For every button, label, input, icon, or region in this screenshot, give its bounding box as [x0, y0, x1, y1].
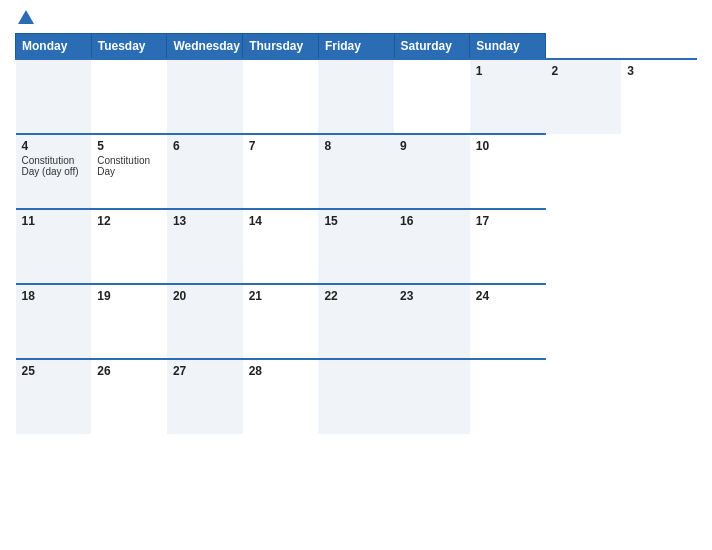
day-number: 9 — [400, 139, 464, 153]
calendar-cell — [243, 59, 319, 134]
calendar-cell — [318, 59, 394, 134]
calendar-cell: 4Constitution Day (day off) — [16, 134, 92, 209]
calendar-cell — [167, 59, 243, 134]
calendar-cell: 10 — [470, 134, 546, 209]
calendar-cell: 23 — [394, 284, 470, 359]
day-number: 21 — [249, 289, 313, 303]
weekday-header-sunday: Sunday — [470, 34, 546, 60]
calendar-cell — [470, 359, 546, 434]
calendar-cell: 24 — [470, 284, 546, 359]
weekday-header-tuesday: Tuesday — [91, 34, 167, 60]
calendar-cell: 7 — [243, 134, 319, 209]
day-number: 13 — [173, 214, 237, 228]
weekday-header-row: MondayTuesdayWednesdayThursdayFridaySatu… — [16, 34, 698, 60]
day-number: 22 — [324, 289, 388, 303]
day-number: 1 — [476, 64, 540, 78]
day-number: 19 — [97, 289, 161, 303]
day-number: 26 — [97, 364, 161, 378]
day-number: 11 — [22, 214, 86, 228]
day-number: 3 — [627, 64, 691, 78]
calendar-container: MondayTuesdayWednesdayThursdayFridaySatu… — [0, 0, 712, 444]
calendar-cell: 26 — [91, 359, 167, 434]
calendar-cell: 5Constitution Day — [91, 134, 167, 209]
calendar-cell: 12 — [91, 209, 167, 284]
logo-triangle-icon — [18, 10, 34, 24]
weekday-header-monday: Monday — [16, 34, 92, 60]
calendar-cell: 22 — [318, 284, 394, 359]
calendar-table: MondayTuesdayWednesdayThursdayFridaySatu… — [15, 33, 697, 434]
week-row-3: 18192021222324 — [16, 284, 698, 359]
day-number: 10 — [476, 139, 540, 153]
calendar-cell: 17 — [470, 209, 546, 284]
day-number: 5 — [97, 139, 161, 153]
calendar-cell: 25 — [16, 359, 92, 434]
calendar-cell: 6 — [167, 134, 243, 209]
calendar-cell: 14 — [243, 209, 319, 284]
day-number: 2 — [552, 64, 616, 78]
day-number: 23 — [400, 289, 464, 303]
calendar-cell: 8 — [318, 134, 394, 209]
week-row-4: 25262728 — [16, 359, 698, 434]
day-number: 17 — [476, 214, 540, 228]
calendar-cell: 11 — [16, 209, 92, 284]
calendar-body: 1234Constitution Day (day off)5Constitut… — [16, 59, 698, 434]
calendar-cell — [16, 59, 92, 134]
calendar-cell: 19 — [91, 284, 167, 359]
calendar-cell: 3 — [621, 59, 697, 134]
calendar-cell: 20 — [167, 284, 243, 359]
header — [15, 10, 697, 25]
day-number: 8 — [324, 139, 388, 153]
calendar-cell: 13 — [167, 209, 243, 284]
day-number: 20 — [173, 289, 237, 303]
calendar-cell: 27 — [167, 359, 243, 434]
day-number: 4 — [22, 139, 86, 153]
calendar-cell — [318, 359, 394, 434]
calendar-cell: 21 — [243, 284, 319, 359]
day-number: 7 — [249, 139, 313, 153]
calendar-header: MondayTuesdayWednesdayThursdayFridaySatu… — [16, 34, 698, 60]
weekday-header-wednesday: Wednesday — [167, 34, 243, 60]
day-number: 15 — [324, 214, 388, 228]
calendar-cell — [394, 59, 470, 134]
week-row-1: 4Constitution Day (day off)5Constitution… — [16, 134, 698, 209]
week-row-2: 11121314151617 — [16, 209, 698, 284]
day-number: 14 — [249, 214, 313, 228]
calendar-cell — [394, 359, 470, 434]
calendar-event: Constitution Day (day off) — [22, 155, 86, 177]
day-number: 28 — [249, 364, 313, 378]
day-number: 16 — [400, 214, 464, 228]
week-row-0: 123 — [16, 59, 698, 134]
calendar-cell: 16 — [394, 209, 470, 284]
day-number: 6 — [173, 139, 237, 153]
day-number: 27 — [173, 364, 237, 378]
weekday-header-friday: Friday — [318, 34, 394, 60]
logo — [15, 10, 34, 25]
calendar-cell: 9 — [394, 134, 470, 209]
day-number: 18 — [22, 289, 86, 303]
calendar-event: Constitution Day — [97, 155, 161, 177]
day-number: 24 — [476, 289, 540, 303]
calendar-cell: 18 — [16, 284, 92, 359]
weekday-header-saturday: Saturday — [394, 34, 470, 60]
calendar-cell: 28 — [243, 359, 319, 434]
calendar-cell: 1 — [470, 59, 546, 134]
calendar-cell: 15 — [318, 209, 394, 284]
day-number: 12 — [97, 214, 161, 228]
calendar-cell — [91, 59, 167, 134]
weekday-header-thursday: Thursday — [243, 34, 319, 60]
day-number: 25 — [22, 364, 86, 378]
calendar-cell: 2 — [546, 59, 622, 134]
